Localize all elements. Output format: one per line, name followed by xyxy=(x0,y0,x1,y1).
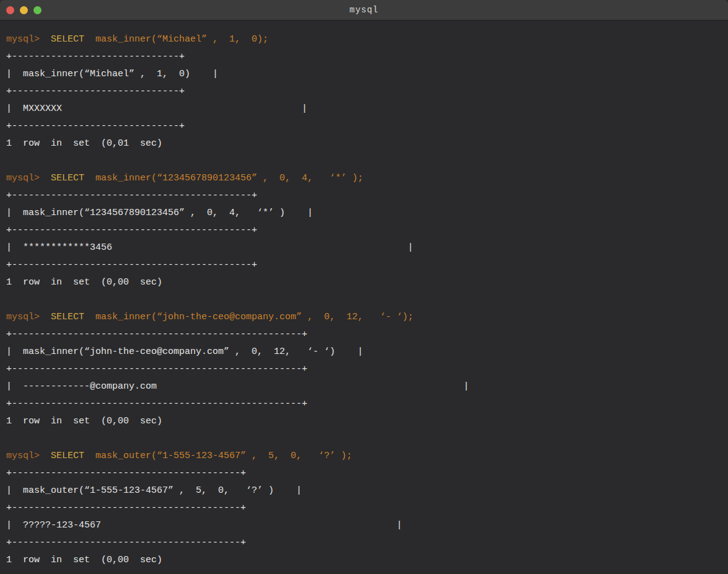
table-border-bottom: +---------------------------------------… xyxy=(6,395,722,413)
table-value-row: | MXXXXXX | xyxy=(6,100,722,118)
row-count-status: 1 row in set (0,00 sec) xyxy=(6,277,162,288)
status-line: 1 row in set (0,00 sec) xyxy=(6,552,722,569)
sql-query-text: mask_inner(“1234567890123456” , 0, 4, ‘*… xyxy=(95,173,363,183)
window-titlebar[interactable]: mysql xyxy=(0,0,728,20)
blank-line xyxy=(6,430,722,448)
value-text: | ------------@company.com | xyxy=(6,381,469,392)
minimize-button-icon[interactable] xyxy=(20,6,28,14)
table-header-row: | mask_inner(“Michael” , 1, 0) | xyxy=(6,66,722,83)
blank-line xyxy=(6,152,722,170)
maximize-button-icon[interactable] xyxy=(33,6,42,14)
table-border-mid: +---------------------------------------… xyxy=(6,500,722,517)
border-text: +---------------------------------------… xyxy=(6,190,257,201)
table-border-mid: +---------------------------------------… xyxy=(6,222,722,239)
header-text: | mask_inner(“john-the-ceo@company.com” … xyxy=(6,347,363,357)
keyword-gap xyxy=(84,173,95,183)
query-line: mysql> SELECT mask_inner(“john-the-ceo@c… xyxy=(6,309,722,326)
query-line: mysql> SELECT mask_inner(“Michael” , 1, … xyxy=(6,31,722,48)
sql-query-text: mask_inner(“Michael” , 1, 0); xyxy=(95,34,268,45)
terminal-body[interactable]: mysql> SELECT mask_inner(“Michael” , 1, … xyxy=(0,20,728,574)
border-text: +---------------------------------------… xyxy=(6,225,257,236)
sql-query-text: mask_outer(“1-555-123-4567” , 5, 0, ‘?’ … xyxy=(95,451,352,461)
keyword-gap xyxy=(84,451,95,461)
blank-line xyxy=(6,291,722,309)
table-border-bottom: +---------------------------------------… xyxy=(6,534,722,552)
row-count-status: 1 row in set (0,01 sec) xyxy=(6,138,162,149)
table-border-top: +---------------------------------------… xyxy=(6,326,722,343)
table-value-row: | ************3456 | xyxy=(6,239,722,257)
sql-query-text: mask_inner(“john-the-ceo@company.com” , … xyxy=(95,312,413,322)
table-border-bottom: +---------------------------------------… xyxy=(6,257,722,274)
keyword-gap xyxy=(84,312,95,322)
table-border-top: +------------------------------+ xyxy=(6,48,722,66)
prompt-gap xyxy=(40,34,51,45)
border-text: +---------------------------------------… xyxy=(6,364,307,374)
table-header-row: | mask_inner(“john-the-ceo@company.com” … xyxy=(6,343,722,361)
prompt-gap xyxy=(40,451,51,461)
sql-keyword: SELECT xyxy=(51,451,84,461)
close-button-icon[interactable] xyxy=(6,6,14,14)
table-border-mid: +---------------------------------------… xyxy=(6,361,722,378)
value-text: | ?????-123-4567 | xyxy=(6,520,402,531)
table-border-top: +---------------------------------------… xyxy=(6,187,722,205)
header-text: | mask_inner(“Michael” , 1, 0) | xyxy=(6,69,218,79)
row-count-status: 1 row in set (0,00 sec) xyxy=(6,416,162,426)
header-text: | mask_inner(“1234567890123456” , 0, 4, … xyxy=(6,208,313,218)
query-line: mysql> SELECT mask_inner(“12345678901234… xyxy=(6,170,722,187)
border-text: +---------------------------------------… xyxy=(6,503,246,513)
value-text: | MXXXXXX | xyxy=(6,104,307,114)
table-header-row: | mask_inner(“1234567890123456” , 0, 4, … xyxy=(6,205,722,222)
border-text: +------------------------------+ xyxy=(6,86,185,97)
traffic-lights xyxy=(6,0,42,20)
status-line: 1 row in set (0,00 sec) xyxy=(6,274,722,291)
mysql-prompt: mysql> xyxy=(6,312,40,322)
border-text: +---------------------------------------… xyxy=(6,329,307,340)
value-text: | ************3456 | xyxy=(6,242,413,253)
table-header-row: | mask_outer(“1-555-123-4567” , 5, 0, ‘?… xyxy=(6,482,722,500)
border-text: +------------------------------+ xyxy=(6,121,185,131)
row-count-status: 1 row in set (0,00 sec) xyxy=(6,555,162,565)
table-border-top: +---------------------------------------… xyxy=(6,465,722,482)
border-text: +---------------------------------------… xyxy=(6,399,307,409)
mysql-prompt: mysql> xyxy=(6,173,40,183)
table-border-mid: +------------------------------+ xyxy=(6,83,722,100)
table-value-row: | ?????-123-4567 | xyxy=(6,517,722,534)
mysql-prompt: mysql> xyxy=(6,451,40,461)
sql-keyword: SELECT xyxy=(51,312,84,322)
prompt-gap xyxy=(40,173,51,183)
status-line: 1 row in set (0,01 sec) xyxy=(6,135,722,152)
status-line: 1 row in set (0,00 sec) xyxy=(6,413,722,430)
sql-keyword: SELECT xyxy=(51,34,84,45)
border-text: +---------------------------------------… xyxy=(6,468,246,479)
table-value-row: | ------------@company.com | xyxy=(6,378,722,395)
terminal-window: mysql mysql> SELECT mask_inner(“Michael”… xyxy=(0,0,728,574)
border-text: +---------------------------------------… xyxy=(6,537,246,548)
window-title: mysql xyxy=(349,5,379,15)
prompt-gap xyxy=(40,312,51,322)
header-text: | mask_outer(“1-555-123-4567” , 5, 0, ‘?… xyxy=(6,485,302,496)
mysql-prompt: mysql> xyxy=(6,34,40,45)
keyword-gap xyxy=(84,34,95,45)
query-line: mysql> SELECT mask_outer(“1-555-123-4567… xyxy=(6,448,722,465)
border-text: +---------------------------------------… xyxy=(6,260,257,270)
table-border-bottom: +------------------------------+ xyxy=(6,118,722,135)
border-text: +------------------------------+ xyxy=(6,51,185,62)
sql-keyword: SELECT xyxy=(51,173,84,183)
